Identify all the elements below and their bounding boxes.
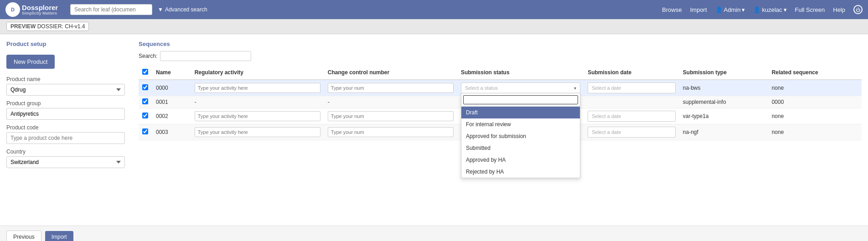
global-search-input[interactable] [70,4,152,15]
table-header-row: Name Regulatory activity Change control … [139,66,862,80]
date-select-btn[interactable]: Select a date [588,111,676,122]
col-submission-status: Submission status [457,66,584,80]
breadcrumb-bar: PREVIEW DOSSIER: CH-v1.4 [0,19,868,34]
row-name: 0003 [152,124,191,140]
header-checkbox-cell [139,66,152,80]
row-related-sequence: none [768,108,862,124]
power-button[interactable]: ⏻ [853,5,863,14]
sequences-search-bar: Search: [139,51,862,61]
table-row: 0000Select a status▾DraftFor internal re… [139,80,862,96]
advanced-search-btn[interactable]: ▼ Advanced search [158,6,207,13]
app-header: D Dossplorer Simplicity Matters ▼ Advanc… [0,0,868,19]
left-panel: Product setup New Product Product name Q… [6,41,134,219]
logo: D Dossplorer Simplicity Matters [5,2,65,17]
user-icon: 👤 [753,6,760,13]
col-change-control: Change control number [324,66,457,80]
status-dropdown-popup: DraftFor internal reviewApproved for sub… [461,93,580,178]
fullscreen-btn[interactable]: Full Screen [795,6,825,13]
admin-chevron-icon: ▾ [742,6,745,13]
preview-badge: PREVIEW DOSSIER: CH-v1.4 [6,22,89,31]
logo-text: Dossplorer Simplicity Matters [22,4,58,15]
previous-button[interactable]: Previous [6,231,41,241]
help-link[interactable]: Help [833,6,845,13]
col-name: Name [152,66,191,80]
product-group-label: Product group [6,100,125,107]
row-checkbox[interactable] [142,128,148,134]
sequences-search-input[interactable] [160,51,251,61]
number-input[interactable] [328,83,454,93]
row-name: 0000 [152,80,191,96]
dropdown-option-approved_ha[interactable]: Approved by HA [461,154,580,166]
country-label: Country [6,149,125,155]
row-related-sequence: none [768,124,862,140]
country-select[interactable]: Switzerland [6,156,125,168]
row-checkbox[interactable] [142,113,148,118]
dropdown-options-list: DraftFor internal reviewApproved for sub… [461,107,580,178]
row-submission-type: na-bws [679,80,768,96]
product-code-input[interactable] [6,132,125,144]
row-number-cell [324,108,457,124]
dropdown-search-input[interactable] [463,95,578,104]
row-name: 0002 [152,108,191,124]
col-related-sequence: Related sequence [768,66,862,80]
import-link[interactable]: Import [690,6,707,13]
row-activity-cell [191,108,324,124]
status-placeholder: Select a status [465,85,498,91]
row-related-sequence: none [768,80,862,96]
row-status-cell: Select a status▾DraftFor internal review… [457,80,584,96]
col-regulatory-activity: Regulatory activity [191,66,324,80]
sequences-title: Sequences [139,41,862,47]
activity-input[interactable] [195,83,320,93]
row-number-cell [324,80,457,96]
activity-input[interactable] [195,111,320,121]
dropdown-option-draft[interactable]: Draft [461,107,580,118]
row-checkbox-cell [139,124,152,140]
user-menu[interactable]: 👤 kuzelac ▾ [753,6,786,13]
right-panel: Sequences Search: Name Regulatory activi… [134,41,862,219]
logo-icon: D [5,2,20,17]
row-activity-cell: - [191,96,324,108]
product-group-group: Product group [6,100,125,120]
admin-menu[interactable]: 👤 Admin ▾ [715,6,745,13]
row-date-cell: Select a date [584,108,679,124]
sequences-table: Name Regulatory activity Change control … [139,66,862,140]
search-label: Search: [139,53,157,59]
status-select-btn[interactable]: Select a status▾ [461,82,580,93]
row-date-cell: Select a date [584,80,679,96]
row-checkbox[interactable] [142,84,148,90]
row-number-cell: - [324,96,457,108]
row-checkbox[interactable] [142,98,148,104]
date-select-btn[interactable]: Select a date [588,82,676,93]
product-name-select[interactable]: Qdrug [6,84,125,96]
col-submission-type: Submission type [679,66,768,80]
dropdown-option-approved_submission[interactable]: Approved for submission [461,130,580,142]
number-input[interactable] [328,127,454,137]
user-chevron-icon: ▾ [784,6,787,13]
import-button[interactable]: Import [45,231,73,241]
admin-icon: 👤 [715,6,723,13]
dropdown-arrow-icon: ▾ [574,86,576,91]
country-group: Country Switzerland [6,149,125,168]
row-date-cell [584,96,679,108]
activity-input[interactable] [195,127,320,137]
row-activity-cell [191,124,324,140]
filter-icon: ▼ [158,6,163,13]
header-nav: Browse Import 👤 Admin ▾ 👤 kuzelac ▾ Full… [662,5,863,14]
product-setup-title: Product setup [6,41,125,47]
date-select-btn[interactable]: Select a date [588,127,676,138]
main-content: Product setup New Product Product name Q… [0,34,868,226]
browse-link[interactable]: Browse [662,6,682,13]
select-all-checkbox[interactable] [142,69,148,75]
product-group-input[interactable] [6,108,125,120]
dropdown-option-internal_review[interactable]: For internal review [461,118,580,130]
row-checkbox-cell [139,108,152,124]
row-activity-cell [191,80,324,96]
dropdown-option-submitted[interactable]: Submitted [461,142,580,154]
dropdown-option-rejected_ha[interactable]: Rejected by HA [461,166,580,178]
new-product-button[interactable]: New Product [6,55,55,69]
row-checkbox-cell [139,96,152,108]
number-input[interactable] [328,111,454,121]
row-name: 0001 [152,96,191,108]
row-related-sequence: 0000 [768,96,862,108]
dropdown-search-area [461,93,580,107]
